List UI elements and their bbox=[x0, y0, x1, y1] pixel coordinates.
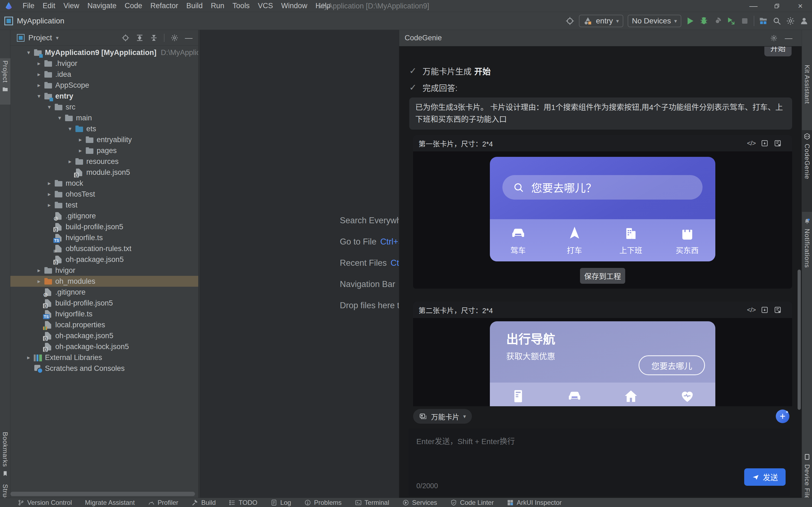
codegenie-settings-button[interactable] bbox=[770, 34, 778, 42]
menu-item[interactable]: Code bbox=[121, 0, 147, 12]
menu-item[interactable]: Edit bbox=[39, 0, 60, 12]
tree-chevron-icon[interactable]: ▸ bbox=[75, 147, 85, 154]
tree-chevron-icon[interactable]: ▸ bbox=[34, 82, 44, 89]
tree-row[interactable]: ▸ ohosTest bbox=[10, 189, 198, 200]
hide-panel-button[interactable]: — bbox=[185, 34, 193, 42]
tree-chevron-icon[interactable]: ▾ bbox=[54, 115, 65, 121]
tree-row[interactable]: ▸ mock bbox=[10, 178, 198, 189]
tree-row[interactable]: ▸ External Libraries bbox=[10, 352, 198, 363]
toolbar-project-name[interactable]: MyApplication bbox=[17, 17, 64, 25]
tree-row[interactable]: ▾ MyApplication9 [MyApplication] D:\MyAp… bbox=[10, 47, 198, 58]
menu-item[interactable]: Window bbox=[277, 0, 311, 12]
expand-all-button[interactable] bbox=[135, 34, 144, 42]
tree-row[interactable]: ≡ obfuscation-rules.txt bbox=[10, 243, 198, 254]
menu-item[interactable]: Run bbox=[207, 0, 228, 12]
export-card-icon[interactable] bbox=[773, 306, 782, 314]
tree-row[interactable]: ▸ entryability bbox=[10, 134, 198, 145]
locate-file-button[interactable] bbox=[121, 34, 130, 42]
tree-row[interactable]: ▾ ets bbox=[10, 123, 198, 134]
menu-item[interactable]: View bbox=[59, 0, 83, 12]
tree-row[interactable]: {} build-profile.json5 bbox=[10, 221, 198, 232]
run-button[interactable] bbox=[686, 16, 695, 25]
settings-button[interactable] bbox=[786, 16, 795, 25]
menu-item[interactable]: Build bbox=[182, 0, 207, 12]
vertical-scrollbar[interactable] bbox=[798, 270, 801, 410]
collapse-all-button[interactable] bbox=[150, 34, 158, 42]
status-bar-item[interactable]: TODO bbox=[229, 499, 257, 506]
view-code-icon[interactable]: </> bbox=[747, 306, 756, 314]
run-configuration-select[interactable]: entry ▾ bbox=[579, 15, 623, 27]
tree-chevron-icon[interactable]: ▾ bbox=[34, 93, 44, 99]
tree-row[interactable]: ▾ main bbox=[10, 112, 198, 123]
export-card-icon[interactable] bbox=[773, 139, 782, 147]
panel-options-button[interactable] bbox=[170, 34, 179, 42]
status-bar-item[interactable]: Migrate Assistant bbox=[85, 499, 135, 506]
tree-row[interactable]: TS hvigorfile.ts bbox=[10, 232, 198, 243]
run-with-coverage-button[interactable] bbox=[727, 16, 736, 25]
tree-chevron-icon[interactable]: ▸ bbox=[75, 136, 85, 143]
tree-row[interactable]: TS hvigorfile.ts bbox=[10, 308, 198, 320]
horizontal-scrollbar[interactable] bbox=[10, 492, 195, 496]
project-structure-button[interactable] bbox=[759, 16, 768, 25]
tree-row[interactable]: ▸ .idea bbox=[10, 69, 198, 80]
close-button[interactable]: × bbox=[789, 0, 812, 12]
status-bar-item[interactable]: ArkUI Inspector bbox=[507, 499, 562, 506]
status-bar-item[interactable]: Code Linter bbox=[450, 499, 494, 506]
tree-row[interactable]: ▸ pages bbox=[10, 145, 198, 156]
status-bar-item[interactable]: Services bbox=[402, 499, 437, 506]
tree-chevron-icon[interactable]: ▸ bbox=[65, 158, 75, 165]
project-panel-title[interactable]: Project bbox=[28, 34, 52, 42]
menu-item[interactable]: Navigate bbox=[83, 0, 121, 12]
tree-chevron-icon[interactable]: ▸ bbox=[23, 354, 34, 361]
tool-window-tab[interactable]: Bookmarks bbox=[0, 430, 10, 484]
insert-card-icon[interactable] bbox=[760, 306, 769, 314]
menu-item[interactable]: VCS bbox=[254, 0, 277, 12]
tree-row[interactable]: ⊘ .gitignore bbox=[10, 211, 198, 221]
view-code-icon[interactable]: </> bbox=[747, 139, 756, 147]
chevron-down-icon[interactable]: ▾ bbox=[56, 35, 59, 41]
tree-row[interactable]: ▸ oh_modules bbox=[10, 276, 198, 287]
minimize-button[interactable]: — bbox=[742, 0, 765, 12]
tree-row[interactable]: {} oh-package.json5 bbox=[10, 254, 198, 265]
message-input[interactable]: Enter发送，Shift + Enter换行 0/2000 发送 bbox=[409, 428, 790, 496]
tree-row[interactable]: {} oh-package.json5 bbox=[10, 330, 198, 341]
codegenie-hide-button[interactable]: — bbox=[785, 34, 793, 42]
attach-profiler-button[interactable] bbox=[713, 16, 722, 25]
menu-item[interactable]: File bbox=[18, 0, 39, 12]
device-select[interactable]: No Devices ▾ bbox=[628, 15, 681, 27]
restore-button[interactable] bbox=[765, 0, 789, 12]
tree-row[interactable]: Scratches and Consoles bbox=[10, 363, 198, 374]
tree-chevron-icon[interactable]: ▸ bbox=[44, 202, 54, 208]
tree-row[interactable]: ▸ resources bbox=[10, 156, 198, 167]
save-to-project-button[interactable]: 保存到工程 bbox=[580, 268, 625, 284]
status-bar-item[interactable]: Log bbox=[271, 499, 291, 506]
tree-row[interactable]: ⊘ .gitignore bbox=[10, 287, 198, 298]
tree-row[interactable]: local.properties bbox=[10, 320, 198, 330]
debug-button[interactable] bbox=[699, 16, 708, 25]
tree-row[interactable]: {} oh-package-lock.json5 bbox=[10, 341, 198, 352]
tree-chevron-icon[interactable]: ▸ bbox=[34, 278, 44, 285]
mode-selector-chip[interactable]: 万能卡片 ▾ bbox=[413, 409, 472, 424]
tool-window-tab[interactable]: Kit Assistant bbox=[802, 62, 812, 130]
tree-row[interactable]: ▸ AppScope bbox=[10, 80, 198, 91]
tree-chevron-icon[interactable]: ▸ bbox=[34, 60, 44, 67]
tree-chevron-icon[interactable]: ▸ bbox=[34, 267, 44, 274]
tool-window-tab[interactable]: Notifications bbox=[802, 215, 812, 297]
tree-chevron-icon[interactable]: ▸ bbox=[44, 191, 54, 198]
search-everywhere-button[interactable] bbox=[772, 16, 781, 25]
tree-row[interactable]: {} build-profile.json5 bbox=[10, 298, 198, 308]
tool-window-tab[interactable]: CodeGenie bbox=[802, 130, 812, 212]
insert-card-icon[interactable] bbox=[760, 139, 769, 147]
device-manager-icon[interactable] bbox=[565, 16, 575, 25]
status-bar-item[interactable]: Profiler bbox=[148, 499, 178, 506]
status-bar-item[interactable]: Version Control bbox=[17, 499, 72, 506]
status-bar-item[interactable]: Terminal bbox=[355, 499, 389, 506]
tree-row[interactable]: ▸ test bbox=[10, 200, 198, 211]
tree-row[interactable]: ▸ hvigor bbox=[10, 265, 198, 276]
status-bar-item[interactable]: Build bbox=[191, 499, 216, 506]
menu-item[interactable]: Refactor bbox=[146, 0, 182, 12]
tree-chevron-icon[interactable]: ▾ bbox=[23, 49, 34, 56]
tree-chevron-icon[interactable]: ▾ bbox=[65, 125, 75, 132]
profile-avatar-button[interactable] bbox=[800, 16, 809, 25]
tree-row[interactable]: {} module.json5 bbox=[10, 167, 198, 178]
